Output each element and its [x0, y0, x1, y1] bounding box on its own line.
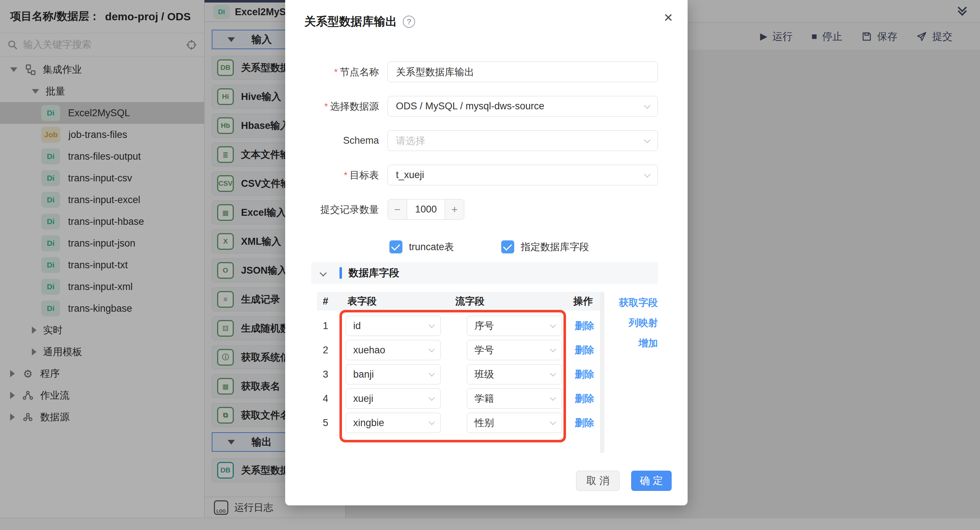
- chevron-down-icon: [429, 419, 435, 425]
- checkbox-checked-icon: [390, 240, 402, 253]
- chevron-down-icon: [550, 322, 556, 328]
- select-value: 序号: [474, 319, 494, 332]
- target-table-row: 目标表 t_xueji: [285, 165, 687, 185]
- col-actions: 操作: [573, 295, 593, 308]
- schema-row: Schema 请选择: [285, 131, 687, 151]
- select-value: 班级: [474, 368, 494, 381]
- stream-field-select[interactable]: 学号: [467, 340, 562, 360]
- batch-size-input[interactable]: [407, 199, 445, 220]
- target-table-select[interactable]: t_xueji: [388, 165, 658, 185]
- truncate-label: truncate表: [409, 240, 454, 253]
- delete-row-link[interactable]: 删除: [575, 368, 594, 381]
- ok-button[interactable]: 确 定: [631, 471, 672, 491]
- section-accent-bar: [339, 267, 342, 279]
- chevron-down-icon: [644, 102, 650, 108]
- batch-size-label: 提交记录数量: [285, 203, 379, 216]
- section-title: 数据库字段: [348, 266, 399, 280]
- datasource-select[interactable]: ODS / MySQL / mysql-dws-source: [388, 96, 658, 116]
- col-stream-field: 流字段: [455, 295, 485, 308]
- stream-field-select[interactable]: 性别: [467, 413, 562, 433]
- col-table-field: 表字段: [347, 295, 377, 308]
- truncate-checkbox[interactable]: truncate表: [390, 240, 454, 253]
- stepper-plus-button[interactable]: +: [445, 199, 464, 220]
- row-index: 1: [323, 320, 328, 332]
- chevron-down-icon: [644, 171, 650, 177]
- chevron-down-icon: [644, 137, 650, 143]
- specify-fields-label: 指定数据库字段: [521, 240, 589, 253]
- chevron-down-icon: [550, 370, 556, 377]
- target-table-value: t_xueji: [396, 169, 424, 181]
- select-value: 学籍: [474, 392, 494, 405]
- field-mapping-row-2: 2xuehao学号删除: [285, 340, 687, 360]
- datasource-label: 选择数据源: [285, 100, 379, 113]
- select-value: xueji: [353, 393, 374, 404]
- db-output-dialog: 关系型数据库输出 ? ✕ 节点名称 选择数据源 ODS / MySQL / my…: [285, 0, 687, 505]
- node-name-row: 节点名称: [285, 62, 687, 82]
- field-table-header: # 表字段 流字段 操作: [317, 292, 604, 310]
- stepper-minus-button[interactable]: −: [388, 199, 407, 220]
- select-value: banji: [353, 369, 374, 380]
- row-index: 2: [323, 345, 328, 356]
- table-field-select[interactable]: id: [345, 316, 441, 336]
- row-index: 3: [323, 369, 328, 380]
- help-icon[interactable]: ?: [403, 16, 415, 28]
- select-value: id: [353, 320, 361, 332]
- chevron-down-icon: [550, 346, 556, 352]
- delete-row-link[interactable]: 删除: [575, 344, 594, 357]
- field-mapping-row-3: 3banji班级删除: [285, 364, 687, 384]
- chevron-down-icon: [429, 395, 435, 401]
- field-mapping-row-5: 5xingbie性别删除: [285, 413, 687, 433]
- table-field-select[interactable]: banji: [345, 364, 441, 384]
- delete-row-link[interactable]: 删除: [575, 392, 594, 405]
- get-fields-link[interactable]: 获取字段: [619, 296, 658, 309]
- chevron-down-icon: [550, 395, 556, 401]
- column-mapping-link[interactable]: 列映射: [628, 317, 658, 329]
- dialog-title-text: 关系型数据库输出: [304, 14, 397, 30]
- chevron-down-icon: [320, 269, 327, 277]
- row-index: 5: [323, 417, 328, 429]
- add-row-link[interactable]: 增加: [638, 337, 658, 350]
- schema-select[interactable]: 请选择: [388, 131, 658, 151]
- chevron-down-icon: [550, 419, 556, 425]
- cancel-button[interactable]: 取 消: [576, 471, 620, 491]
- db-fields-section-header[interactable]: 数据库字段: [311, 262, 658, 284]
- stream-field-select[interactable]: 班级: [467, 364, 562, 384]
- dialog-title: 关系型数据库输出 ?: [304, 14, 415, 30]
- chevron-down-icon: [429, 346, 435, 352]
- datasource-value: ODS / MySQL / mysql-dws-source: [396, 101, 544, 112]
- stream-field-select[interactable]: 序号: [467, 316, 562, 336]
- node-name-input[interactable]: [388, 62, 658, 82]
- schema-placeholder: 请选择: [396, 134, 425, 147]
- batch-size-stepper: − +: [388, 199, 464, 220]
- table-field-select[interactable]: xingbie: [345, 413, 441, 433]
- batch-size-row: 提交记录数量 − +: [285, 199, 687, 220]
- select-value: 学号: [474, 344, 494, 357]
- close-icon[interactable]: ✕: [663, 11, 673, 25]
- delete-row-link[interactable]: 删除: [575, 416, 594, 429]
- chevron-down-icon: [429, 370, 435, 377]
- chevron-down-icon: [429, 322, 435, 328]
- schema-label: Schema: [285, 135, 379, 146]
- specify-fields-checkbox[interactable]: 指定数据库字段: [501, 240, 589, 253]
- checkbox-checked-icon: [501, 240, 514, 253]
- select-value: xingbie: [353, 417, 384, 429]
- table-field-select[interactable]: xueji: [345, 388, 441, 409]
- select-value: xuehao: [353, 345, 385, 356]
- col-index: #: [323, 296, 328, 307]
- field-table-scrollbar[interactable]: [600, 292, 605, 453]
- target-table-label: 目标表: [285, 169, 379, 182]
- table-field-select[interactable]: xuehao: [345, 340, 441, 360]
- row-index: 4: [323, 393, 328, 404]
- delete-row-link[interactable]: 删除: [575, 319, 594, 332]
- node-name-label: 节点名称: [285, 65, 379, 78]
- field-mapping-row-4: 4xueji学籍删除: [285, 388, 687, 409]
- datasource-row: 选择数据源 ODS / MySQL / mysql-dws-source: [285, 96, 687, 116]
- stream-field-select[interactable]: 学籍: [467, 388, 562, 409]
- field-mapping-row-1: 1id序号删除: [285, 316, 687, 336]
- select-value: 性别: [474, 416, 494, 429]
